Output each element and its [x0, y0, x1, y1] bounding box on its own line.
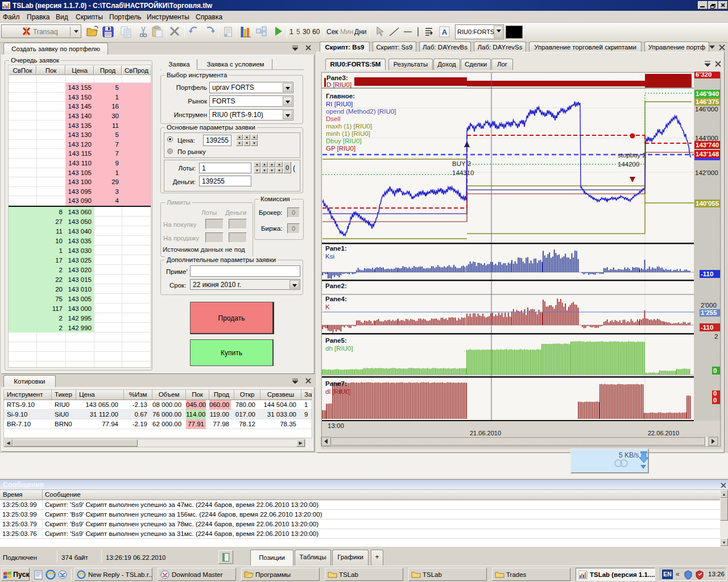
- svg-text:140'055: 140'055: [696, 200, 719, 207]
- svg-text:opend (Method2) [RIU0]: opend (Method2) [RIU0]: [326, 108, 396, 115]
- svg-text:2'000: 2'000: [701, 302, 717, 309]
- svg-text:-110: -110: [701, 324, 713, 331]
- svg-text:142'000: 142'000: [695, 169, 718, 176]
- svg-text:Главное:: Главное:: [326, 93, 355, 99]
- svg-text:21.06.2010: 21.06.2010: [470, 430, 501, 436]
- svg-text:0: 0: [713, 367, 717, 374]
- svg-text:A: A: [442, 28, 448, 36]
- svg-text:0: 0: [713, 397, 717, 404]
- svg-text:146'375: 146'375: [696, 98, 719, 105]
- svg-text:Pane7:: Pane7:: [325, 380, 347, 387]
- svg-text:Pane2:: Pane2:: [325, 282, 347, 289]
- svg-text:13:00: 13:00: [328, 422, 344, 429]
- svg-text:D [RIU0]: D [RIU0]: [326, 81, 351, 88]
- svg-text:K: K: [325, 304, 330, 310]
- svg-text:144200: 144200: [618, 161, 639, 168]
- svg-text:Pane5:: Pane5:: [325, 337, 347, 344]
- svg-text:stopbuy 2: stopbuy 2: [618, 152, 646, 159]
- svg-text:Dbuy [RIU0]: Dbuy [RIU0]: [326, 138, 362, 144]
- svg-text:22.06.2010: 22.06.2010: [648, 430, 679, 436]
- svg-text:2: 2: [714, 333, 718, 340]
- svg-text:BUY 2: BUY 2: [452, 160, 471, 167]
- svg-text:146'000: 146'000: [695, 106, 718, 113]
- svg-text:146'940: 146'940: [696, 90, 719, 97]
- svg-text:maxh (1) [RIU0]: maxh (1) [RIU0]: [326, 123, 372, 130]
- svg-text:Ksi: Ksi: [325, 253, 334, 260]
- svg-text:-110: -110: [701, 271, 713, 277]
- svg-text:Pane1:: Pane1:: [325, 245, 347, 252]
- svg-text:143'740: 143'740: [696, 142, 719, 148]
- svg-text:144310: 144310: [452, 169, 474, 176]
- svg-text:dl [RIU0]: dl [RIU0]: [325, 388, 351, 395]
- svg-text:Pane4:: Pane4:: [325, 296, 347, 302]
- svg-text:minh (1) [RIU0]: minh (1) [RIU0]: [326, 130, 370, 137]
- svg-text:RI [RIU0]: RI [RIU0]: [326, 101, 353, 107]
- svg-text:Pane3:: Pane3:: [326, 74, 348, 81]
- svg-text:0: 0: [713, 390, 717, 397]
- svg-text:143'148: 143'148: [696, 151, 719, 157]
- svg-text:Dsell: Dsell: [326, 115, 341, 122]
- svg-text:GP [RIU0]: GP [RIU0]: [326, 145, 355, 152]
- svg-text:144'000: 144'000: [695, 135, 718, 142]
- svg-text:dh [RIU0]: dh [RIU0]: [325, 345, 353, 352]
- svg-text:1'255: 1'255: [701, 309, 717, 316]
